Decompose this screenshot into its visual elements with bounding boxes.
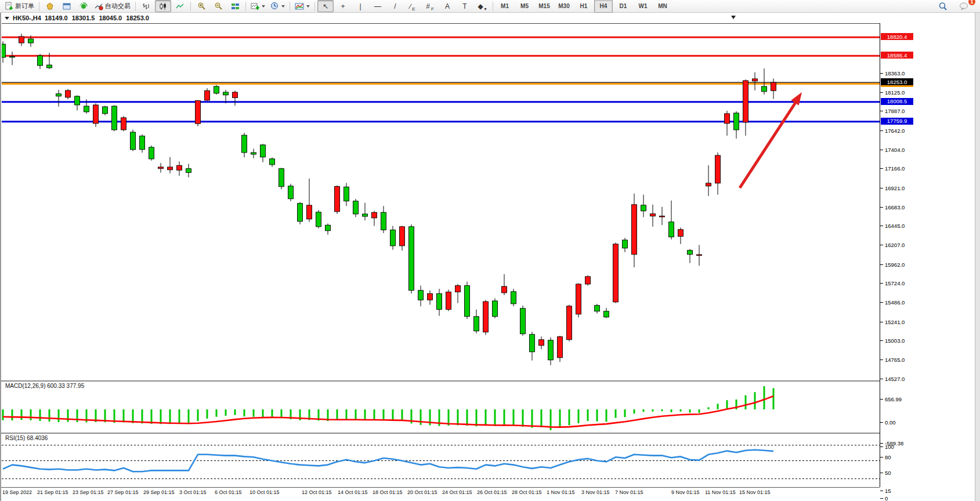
time-label: 28 Oct 01:15 [512, 489, 542, 495]
new-order-icon [5, 2, 13, 10]
rsi-pane[interactable]: RSI(15) 68.4036 [2, 434, 880, 487]
candle-bear [38, 56, 43, 66]
new-chart-icon [251, 2, 259, 10]
auto-trading-icon [95, 2, 103, 10]
timeframe-m15[interactable]: M15 [535, 0, 554, 13]
data-window-button[interactable] [59, 0, 75, 12]
auto-trading-button[interactable]: 自动交易 [92, 0, 133, 12]
tool-glyph: | [359, 3, 361, 10]
drawing-tools-group: ↖+|—/∕E#FAT◆▾ [317, 0, 490, 12]
candle-bull [632, 205, 637, 255]
dropdown-caret [306, 5, 310, 8]
title-low: 18045.0 [99, 14, 122, 21]
axis-tick [880, 446, 883, 447]
toolbar-separator [190, 2, 191, 11]
price-tick-label: 0.00 [885, 419, 896, 426]
candle-bear [112, 106, 117, 130]
axis-tick [880, 283, 883, 284]
candle-bull [585, 277, 591, 284]
new-order-button[interactable]: 新订单 [2, 0, 37, 12]
title-high: 18301.5 [72, 14, 95, 21]
indicators-button[interactable] [292, 0, 312, 12]
tool-glyph: A [445, 3, 450, 10]
candle-bear [103, 107, 108, 114]
candlestick-plot[interactable] [2, 23, 880, 381]
line-chart-button[interactable] [172, 0, 188, 12]
time-label: 6 Oct 01:15 [215, 489, 242, 495]
price-tick-label: 17166.0 [885, 165, 905, 172]
timeframe-h1[interactable]: H1 [574, 0, 593, 13]
tool-sub-glyph: E [412, 6, 415, 12]
zoom-out-button[interactable] [210, 0, 226, 12]
profiles-button[interactable] [268, 0, 287, 12]
tool-sub-glyph: F [431, 6, 434, 12]
price-axis[interactable]: 18363.018125.017887.017642.017404.017166… [880, 23, 975, 487]
candle-bear [316, 212, 321, 227]
axis-tick [880, 168, 883, 169]
vertical-line-tool[interactable]: | [352, 0, 368, 12]
chat-bubble-icon [959, 2, 968, 10]
candle-bear [10, 56, 15, 57]
macd-label: MACD(12,26,9) 600.33 377.95 [5, 383, 84, 389]
candle-bear [409, 227, 414, 291]
timeframe-m30[interactable]: M30 [555, 0, 573, 13]
notifications-button[interactable]: 1 [956, 0, 972, 12]
fibonacci-tool[interactable]: #F [422, 0, 438, 12]
new-chart-button[interactable] [248, 0, 267, 12]
notification-badge: 1 [968, 0, 975, 5]
candle-bear [56, 94, 62, 96]
candle-bear [418, 291, 424, 300]
tool-glyph: ↖ [323, 3, 328, 10]
candle-bear [641, 205, 646, 211]
tool-glyph: ◆ [478, 3, 483, 10]
indicators-icon [295, 2, 304, 10]
dropdown-caret [281, 5, 285, 8]
candle-bull [307, 205, 312, 219]
zoom-in-button[interactable] [193, 0, 209, 12]
toolbar-right-group: 1 [935, 0, 978, 12]
timeframe-d1[interactable]: D1 [614, 0, 632, 13]
equidistant-channel-tool[interactable]: ∕E [404, 0, 421, 12]
search-button[interactable] [935, 0, 951, 12]
data-window-icon [63, 2, 71, 10]
tile-windows-button[interactable] [227, 0, 243, 12]
candle-bear [84, 106, 89, 112]
price-tick-label: 15003.0 [885, 337, 905, 344]
axis-tick [880, 92, 883, 93]
bar-chart-button[interactable] [138, 0, 154, 12]
trend-arrow-head[interactable] [791, 92, 802, 106]
timeframe-w1[interactable]: W1 [634, 0, 652, 13]
candle-bull [697, 255, 702, 256]
axis-tick [880, 130, 883, 131]
text-label-tool[interactable]: T [457, 0, 473, 12]
candle-bear [604, 311, 609, 317]
title-open: 18149.0 [45, 14, 68, 21]
timeframe-m1[interactable]: M1 [496, 0, 514, 13]
time-axis[interactable]: 19 Sep 202221 Sep 01:1523 Sep 01:1527 Se… [1, 487, 880, 498]
timeframe-h4[interactable]: H4 [594, 0, 613, 13]
timeframe-mn[interactable]: MN [653, 0, 672, 13]
market-watch-button[interactable] [42, 0, 58, 12]
candle-bull [205, 90, 210, 100]
candle-bear [270, 159, 275, 165]
axis-tick [880, 150, 883, 150]
timeframe-m5[interactable]: M5 [515, 0, 534, 13]
chart-window: HK50-,H4 18149.0 18301.5 18045.0 18253.0… [0, 13, 975, 501]
time-label: 3 Nov 01:15 [581, 489, 610, 495]
navigator-button[interactable] [75, 0, 92, 12]
trendline-tool[interactable]: / [387, 0, 403, 12]
window-menu-icon[interactable] [5, 17, 9, 20]
crosshair-tool[interactable]: + [335, 0, 351, 12]
arrows-tool[interactable]: ◆▾ [474, 0, 490, 12]
axis-tick [880, 360, 883, 360]
price-tag: 18820.4 [881, 33, 913, 40]
cursor-tool[interactable]: ↖ [317, 0, 334, 12]
candle-bull [576, 284, 581, 314]
candle-bull [539, 340, 544, 346]
candle-bear [298, 204, 303, 222]
chart-shift-marker[interactable] [731, 16, 736, 19]
text-tool[interactable]: A [439, 0, 455, 12]
macd-pane[interactable]: MACD(12,26,9) 600.33 377.95 [2, 382, 880, 433]
horizontal-line-tool[interactable]: — [370, 0, 386, 12]
candlestick-chart-button[interactable] [155, 0, 171, 12]
